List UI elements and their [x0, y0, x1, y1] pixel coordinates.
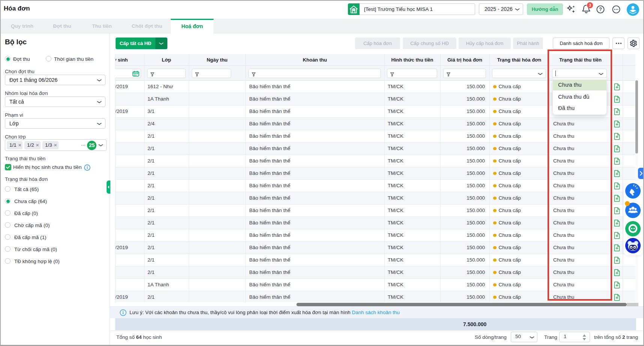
svg-text:i: i	[87, 165, 88, 170]
svg-text:?: ?	[599, 7, 602, 12]
svg-text:3: 3	[589, 3, 591, 8]
